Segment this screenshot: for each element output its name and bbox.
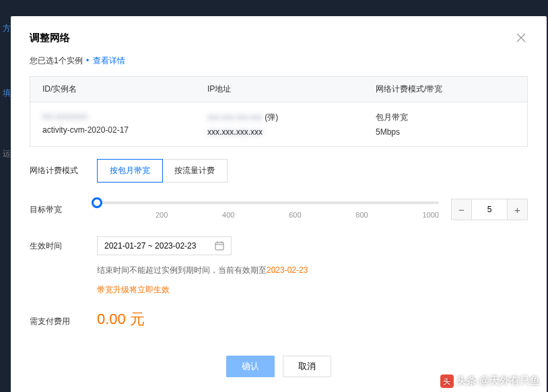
cost-label: 需支付费用 [30,316,97,327]
selection-summary: 您已选1个实例 • 查看详情 [30,55,528,67]
backdrop-text: 运 [3,148,11,160]
col-id-header: ID/实例名 [42,84,207,95]
billing-monthly-option[interactable]: 按包月带宽 [97,159,163,183]
cancel-button[interactable]: 取消 [283,356,331,377]
close-icon[interactable] [514,31,528,44]
upgrade-immediate-hint: 带宽升级将立即生效 [97,284,528,296]
svg-rect-2 [215,242,224,250]
effective-date-row: 生效时间 [30,236,528,255]
selection-prefix: 您已选 [30,56,54,65]
modal-header: 调整网络 [11,16,547,55]
stepper-plus-button[interactable]: + [507,199,527,220]
stepper-minus-button[interactable]: − [452,199,472,220]
date-range-field[interactable] [104,241,209,251]
backdrop-text: 方 [3,23,11,34]
target-bandwidth-row: 目标带宽 0 200 400 600 800 1000 [30,199,528,220]
bullet: • [86,56,89,65]
table-row: ins-xxxxxxxx activity-cvm-2020-02-17 xxx… [30,102,527,146]
cost-value: 0.00 元 [97,309,145,329]
expiry-date: 2023-02-23 [267,265,308,275]
instance-name: activity-cvm-2020-02-17 [42,125,207,135]
ip-elastic-suffix: (弹) [265,112,278,122]
backdrop-text: 填 [3,88,11,99]
instance-id-blurred: ins-xxxxxxxx [42,112,207,121]
billing-mode-row: 网络计费模式 按包月带宽 按流量计费 [30,159,528,183]
billing-mode-value: 包月带宽 [376,112,515,123]
bandwidth-input[interactable] [472,199,507,220]
col-ip-header: IP地址 [207,84,376,95]
billing-mode-label: 网络计费模式 [30,165,97,176]
slider-thumb[interactable] [92,197,102,208]
calendar-icon [215,241,224,251]
view-details-link[interactable]: 查看详情 [93,56,125,65]
selection-count: 1 [54,56,59,65]
selection-suffix: 个实例 [59,56,83,65]
confirm-button[interactable]: 确认 [226,356,275,377]
instance-table: ID/实例名 IP地址 网络计费模式/带宽 ins-xxxxxxxx activ… [30,76,528,147]
table-header: ID/实例名 IP地址 网络计费模式/带宽 [30,77,527,102]
cost-row: 需支付费用 0.00 元 [30,309,528,329]
expiry-hint: 结束时间不能超过实例到期时间，当前有效期至2023-02-23 [97,265,528,276]
hints-block: 结束时间不能超过实例到期时间，当前有效期至2023-02-23 带宽升级将立即生… [97,265,528,296]
adjust-network-modal: 调整网络 您已选1个实例 • 查看详情 ID/实例名 IP地址 网络计费模式/带… [11,16,547,392]
slider-ticks: 0 200 400 600 800 1000 [97,211,439,219]
effective-date-label: 生效时间 [30,240,97,252]
modal-footer: 确认 取消 [11,344,547,392]
modal-title: 调整网络 [30,32,70,44]
target-bandwidth-label: 目标带宽 [30,204,97,216]
modal-body: 您已选1个实例 • 查看详情 ID/实例名 IP地址 网络计费模式/带宽 ins… [11,55,547,344]
billing-mode-segmented: 按包月带宽 按流量计费 [97,159,228,183]
bandwidth-stepper: − + [451,199,528,220]
bandwidth-slider[interactable]: 0 200 400 600 800 1000 [97,201,439,218]
ip-public-blurred: xxx.xxx.xxx.xxx [207,112,263,122]
billing-traffic-option[interactable]: 按流量计费 [162,160,227,182]
ip-private-blurred: xxx.xxx.xxx.xxx [207,127,376,137]
bandwidth-value: 5Mbps [376,127,515,137]
date-range-input[interactable] [97,236,232,255]
col-mode-header: 网络计费模式/带宽 [376,84,515,95]
